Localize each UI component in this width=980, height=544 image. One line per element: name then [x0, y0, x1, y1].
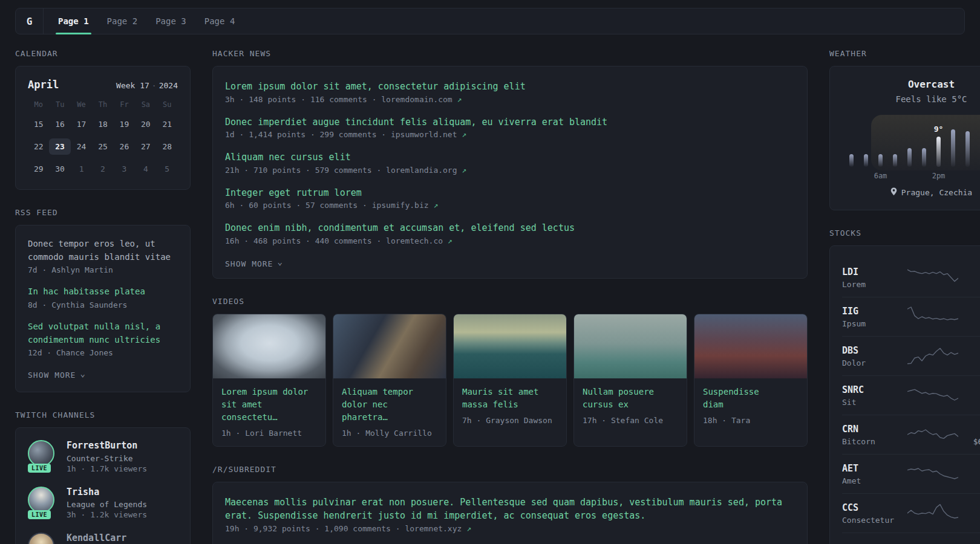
- subreddit-title[interactable]: Maecenas mollis pulvinar erat non posuer…: [225, 496, 795, 523]
- rss-show-more-button[interactable]: SHOW MORE ⌄: [28, 371, 86, 380]
- stock-change: +1.42%: [965, 345, 980, 356]
- hackernews-title[interactable]: Aliquam nec cursus elit: [225, 151, 795, 164]
- hackernews-title[interactable]: Integer eget rutrum lorem: [225, 186, 795, 200]
- hackernews-item[interactable]: Donec enim nibh, condimentum et accumsan…: [225, 221, 795, 245]
- video-card-body: Nullam posuere cursus ex17h · Stefan Col…: [574, 378, 687, 433]
- stock-row-crn[interactable]: CRNBitcorn-1.00%$66,171.48: [842, 415, 980, 455]
- weather-bar-slot: [844, 127, 859, 167]
- tab-page-3[interactable]: Page 3: [155, 8, 186, 34]
- video-thumbnail-hands-holding-camera: [333, 314, 446, 378]
- stock-row-dbs[interactable]: DBSDolor+1.42%$156.28: [842, 337, 980, 376]
- calendar-day: 2: [92, 161, 113, 177]
- stock-sparkline-wrap: [900, 423, 965, 446]
- location-pin-icon: [890, 187, 897, 198]
- twitch-channel-name[interactable]: Trisha: [67, 487, 147, 499]
- weather-bar-slot: [874, 127, 888, 167]
- rss-item[interactable]: Donec tempor eros leo, ut commodo mauris…: [28, 238, 178, 274]
- stock-sparkline-wrap: [900, 462, 965, 485]
- stock-symbol: CRN: [842, 424, 900, 435]
- hackernews-title[interactable]: Donec imperdiet augue tincidunt felis al…: [225, 115, 795, 129]
- rss-item-meta: 8d · Cynthia Saunders: [28, 300, 178, 309]
- subreddit-domain[interactable]: loremnet.xyz: [405, 524, 466, 533]
- stock-change: +1.36%: [965, 384, 980, 395]
- stock-values: +1.36%$148.64: [965, 384, 980, 407]
- video-card[interactable]: Aliquam tempor dolor nec pharetra…1h · M…: [333, 314, 446, 447]
- stock-row-ahs[interactable]: AHS+0.46%: [842, 533, 980, 544]
- external-link-icon: ↗: [466, 524, 471, 533]
- hackernews-domain[interactable]: loremtech.co: [386, 236, 448, 245]
- tab-page-2[interactable]: Page 2: [107, 8, 138, 34]
- calendar-day: 17: [71, 116, 92, 132]
- subreddit-widget: /R/SUBREDDIT Maecenas mollis pulvinar er…: [212, 465, 808, 544]
- video-title[interactable]: Nullam posuere cursus ex: [583, 386, 678, 411]
- hackernews-domain[interactable]: ipsumify.biz: [372, 201, 434, 210]
- hackernews-item[interactable]: Donec imperdiet augue tincidunt felis al…: [225, 115, 795, 140]
- video-title[interactable]: Suspendisse diam: [703, 386, 799, 411]
- stock-values: +0.51%$165.84: [965, 502, 980, 525]
- twitch-channel-name[interactable]: ForrestBurton: [67, 440, 147, 452]
- weather-bars: [844, 127, 980, 167]
- rss-item-meta: 12d · Chance Jones: [28, 348, 178, 357]
- stock-identity: AETAmet: [842, 463, 900, 485]
- hackernews-title[interactable]: Lorem ipsum dolor sit amet, consectetur …: [225, 80, 795, 94]
- dashboard-grid: CALENDAR April Week 17·2024 MoTuWeThFrSa…: [0, 34, 980, 544]
- rss-item-meta: 7d · Ashlyn Martin: [28, 265, 178, 274]
- stock-row-ldi[interactable]: LDILorem+4.35%$795.18: [842, 258, 980, 297]
- calendar-day: 15: [28, 116, 49, 132]
- hackernews-item[interactable]: Integer eget rutrum lorem6h · 60 points …: [225, 186, 795, 210]
- tab-page-4[interactable]: Page 4: [204, 8, 235, 34]
- hackernews-domain[interactable]: ipsumworld.net: [391, 130, 462, 139]
- twitch-channel-row[interactable]: LIVEForrestBurtonCounter-Strike1h · 1.7k…: [28, 440, 178, 473]
- weather-feels-like: Feels like 5°C: [842, 94, 980, 104]
- hackernews-item[interactable]: Lorem ipsum dolor sit amet, consectetur …: [225, 80, 795, 104]
- hackernews-meta: 21h · 710 points · 579 comments · loreml…: [225, 166, 795, 175]
- stocks-widget: STOCKS LDILorem+4.35%$795.18IIGIpsum+2.8…: [829, 228, 980, 544]
- rss-item[interactable]: Sed volutpat nulla nisl, a condimentum n…: [28, 320, 178, 357]
- stock-sparkline: [907, 541, 958, 544]
- app-logo[interactable]: G: [16, 8, 44, 34]
- stock-row-snrc[interactable]: SNRCSit+1.36%$148.64: [842, 376, 980, 415]
- tab-page-1[interactable]: Page 1: [58, 8, 89, 34]
- calendar-day: 26: [114, 138, 135, 155]
- external-link-icon: ↗: [462, 166, 466, 175]
- stock-row-iig[interactable]: IIGIpsum+2.84%$42.04: [842, 297, 980, 337]
- rss-item-title[interactable]: In hac habitasse platea: [28, 285, 178, 299]
- hackernews-item[interactable]: Aliquam nec cursus elit21h · 710 points …: [225, 151, 795, 175]
- middle-column: HACKER NEWS Lorem ipsum dolor sit amet, …: [212, 49, 808, 544]
- video-card[interactable]: Suspendisse diam18h · Tara: [694, 314, 808, 447]
- weather-widget: WEATHER Overcast Feels like 5°C 9°6am2pm…: [829, 49, 980, 210]
- avatar: [28, 440, 54, 467]
- stock-price: $165.84: [965, 516, 980, 525]
- rss-item-title[interactable]: Sed volutpat nulla nisl, a condimentum n…: [28, 320, 178, 346]
- video-title[interactable]: Aliquam tempor dolor nec pharetra…: [342, 386, 437, 424]
- subreddit-meta: 19h · 9,932 points · 1,090 comments · lo…: [225, 524, 795, 533]
- video-card[interactable]: Mauris sit amet massa felis7h · Grayson …: [453, 314, 567, 447]
- stock-sparkline: [907, 305, 958, 328]
- video-title[interactable]: Lorem ipsum dolor sit amet consectetu…: [221, 386, 317, 424]
- stock-row-ccs[interactable]: CCSConsectetur+0.51%$165.84: [842, 494, 980, 533]
- weather-time-tick: 6am: [866, 172, 895, 180]
- video-card[interactable]: Lorem ipsum dolor sit amet consectetu…1h…: [212, 314, 326, 447]
- hackernews-domain[interactable]: loremlandia.org: [386, 166, 462, 175]
- subreddit-item[interactable]: Maecenas mollis pulvinar erat non posuer…: [225, 496, 795, 533]
- twitch-channel-name[interactable]: KendallCarr: [67, 533, 126, 544]
- stock-name: Lorem: [842, 280, 900, 289]
- calendar-month: April: [28, 79, 59, 91]
- hackernews-domain[interactable]: loremdomain.com: [381, 95, 457, 104]
- rss-item-title[interactable]: Donec tempor eros leo, ut commodo mauris…: [28, 238, 178, 264]
- stock-price: $148.64: [965, 398, 980, 407]
- hackernews-section-label: HACKER NEWS: [212, 49, 808, 58]
- stock-name: Amet: [842, 476, 900, 485]
- stock-symbol: SNRC: [842, 384, 900, 395]
- twitch-channel-row[interactable]: LIVETrishaLeague of Legends3h · 1.2k vie…: [28, 487, 178, 520]
- hackernews-show-more-button[interactable]: SHOW MORE ⌄: [225, 259, 283, 268]
- video-card[interactable]: Nullam posuere cursus ex17h · Stefan Col…: [573, 314, 687, 447]
- rss-item[interactable]: In hac habitasse platea8d · Cynthia Saun…: [28, 285, 178, 309]
- rss-widget: RSS FEED Donec tempor eros leo, ut commo…: [15, 208, 191, 392]
- video-title[interactable]: Mauris sit amet massa felis: [462, 386, 558, 411]
- hackernews-title[interactable]: Donec enim nibh, condimentum et accumsan…: [225, 221, 795, 235]
- stock-row-aet[interactable]: AETAmet+0.92%$499.72: [842, 455, 980, 494]
- twitch-channel-row[interactable]: KendallCarr: [28, 533, 178, 544]
- video-thumbnail-boat-wake-city-skyline: [454, 314, 566, 378]
- video-card-body: Lorem ipsum dolor sit amet consectetu…1h…: [213, 378, 325, 446]
